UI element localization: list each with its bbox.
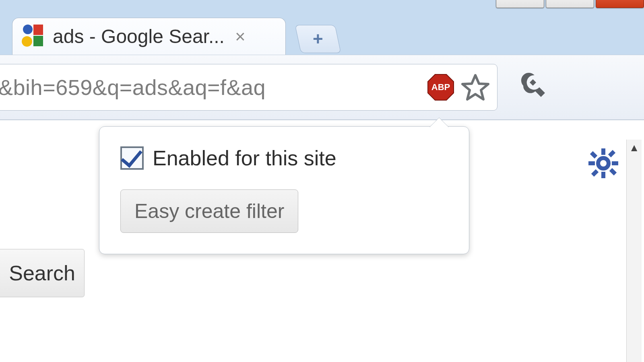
tab-title: ads - Google Sear... [53,25,225,47]
bookmark-star-icon[interactable] [461,73,490,102]
svg-rect-10 [612,161,618,165]
svg-rect-0 [33,25,43,35]
search-button-label: Search [9,261,75,285]
enabled-row: Enabled for this site [120,146,448,170]
svg-rect-11 [590,151,597,158]
svg-text:ABP: ABP [431,82,450,92]
address-bar[interactable]: 52&bih=659&q=ads&aq=f&aq ABP [0,64,497,111]
google-favicon-icon [20,24,45,49]
enabled-label: Enabled for this site [153,146,336,170]
window-minimize-button[interactable] [496,0,544,8]
svg-rect-12 [609,168,617,175]
browser-toolbar: 52&bih=659&q=ads&aq=f&aq ABP [0,55,644,120]
svg-rect-1 [33,36,43,46]
window-maximize-button[interactable] [546,0,594,8]
tab-strip: ads - Google Sear... × + [0,14,644,55]
tab-active[interactable]: ads - Google Sear... × [12,18,286,55]
url-text: 52&bih=659&q=ads&aq=f&aq [0,75,421,100]
abp-popover: Enabled for this site Easy create filter [99,126,469,254]
svg-point-3 [22,36,32,47]
svg-point-6 [598,158,609,169]
gear-icon[interactable] [588,148,618,178]
svg-rect-14 [591,169,599,177]
new-tab-button[interactable]: + [295,25,341,53]
svg-rect-8 [601,172,605,178]
svg-rect-9 [588,161,595,165]
enabled-checkbox[interactable] [120,146,144,170]
plus-icon: + [313,29,323,49]
tab-close-icon[interactable]: × [235,27,246,47]
scrollbar-track[interactable] [626,156,642,362]
svg-rect-13 [608,150,615,157]
search-button[interactable]: Search [0,249,85,297]
svg-point-2 [23,25,33,34]
wrench-settings-icon[interactable] [514,71,546,103]
svg-rect-7 [601,148,605,155]
scroll-up-button[interactable]: ▲ [626,140,642,156]
window-controls [496,0,644,8]
window-close-button[interactable] [596,0,644,8]
abp-extension-icon[interactable]: ABP [426,73,455,102]
create-filter-button[interactable]: Easy create filter [120,189,298,233]
